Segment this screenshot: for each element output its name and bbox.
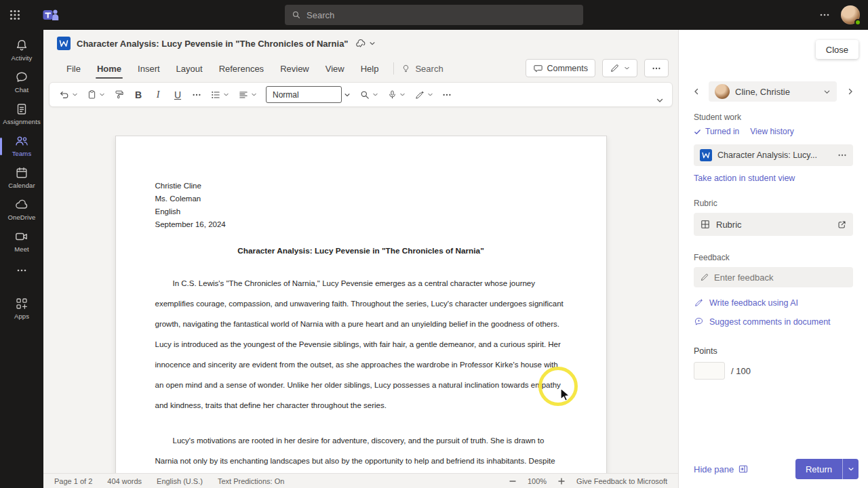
app-rail: Activity Chat Assignments Teams Calendar…	[0, 30, 43, 488]
doc-header-line: Christie Cline	[155, 180, 567, 192]
style-picker[interactable]: Normal	[266, 86, 351, 103]
camera-icon	[14, 230, 29, 243]
sidebar-item-calendar[interactable]: Calendar	[0, 161, 43, 193]
tab-view[interactable]: View	[317, 57, 353, 80]
tab-references[interactable]: References	[211, 57, 272, 80]
search-input[interactable]	[307, 10, 576, 20]
sidebar-item-label: Chat	[15, 86, 28, 94]
zoom-out-button[interactable]	[509, 477, 517, 485]
view-history-link[interactable]: View history	[750, 127, 793, 136]
ribbon-more-button[interactable]	[644, 59, 669, 77]
sidebar-item-chat[interactable]: Chat	[0, 66, 43, 98]
grid-icon	[700, 219, 711, 230]
search-icon	[359, 89, 370, 100]
alignment-button[interactable]	[238, 89, 257, 100]
hide-pane-link[interactable]: Hide pane	[694, 464, 749, 474]
chevron-down-icon	[399, 92, 406, 98]
find-button[interactable]	[359, 89, 378, 100]
undo-button[interactable]	[59, 89, 78, 100]
editing-mode-button[interactable]	[602, 59, 637, 77]
italic-button[interactable]: I	[153, 89, 163, 100]
attachment-name: Character Analysis: Lucy...	[717, 150, 832, 160]
zoom-in-button[interactable]	[557, 477, 566, 485]
paste-button[interactable]	[87, 89, 105, 100]
previous-student-button[interactable]	[690, 85, 703, 98]
document-page[interactable]: Christie Cline Ms. Coleman English Septe…	[115, 136, 607, 473]
close-button[interactable]: Close	[816, 40, 859, 59]
sidebar-item-teams[interactable]: Teams	[0, 129, 43, 161]
take-action-link[interactable]: Take action in student view	[694, 174, 795, 183]
tab-review[interactable]: Review	[272, 57, 317, 80]
collapse-ribbon-button[interactable]	[656, 96, 664, 104]
feedback-input[interactable]	[714, 272, 847, 283]
hide-pane-label: Hide pane	[694, 464, 734, 474]
chevron-down-icon	[344, 92, 351, 98]
style-name: Normal	[273, 90, 299, 100]
editor-assistant-button[interactable]	[414, 89, 433, 100]
format-painter-button[interactable]	[114, 89, 124, 100]
grading-pane-body: Student work Turned in View history Char…	[694, 113, 853, 380]
student-work-label: Student work	[694, 113, 853, 122]
return-options-button[interactable]	[842, 459, 859, 479]
font-more-button[interactable]	[192, 90, 201, 100]
tab-insert[interactable]: Insert	[130, 57, 168, 80]
suggest-comments-label: Suggest comments in document	[709, 317, 831, 327]
toolbar-more-button[interactable]	[442, 90, 452, 100]
underline-button[interactable]: U	[172, 89, 183, 100]
feedback-section-label: Feedback	[694, 253, 853, 262]
word-file-icon	[700, 149, 712, 161]
doc-header-line: English	[155, 205, 567, 218]
more-dots-icon	[192, 90, 201, 100]
bold-button[interactable]: B	[133, 89, 144, 100]
ai-feedback-label: Write feedback using AI	[709, 298, 798, 308]
student-selector[interactable]: Cline, Christie	[709, 81, 837, 102]
chevron-down-icon	[369, 40, 376, 47]
save-status-button[interactable]	[355, 37, 376, 49]
feedback-link[interactable]: Give Feedback to Microsoft	[576, 477, 667, 485]
attachment-more-button[interactable]	[837, 150, 847, 160]
sidebar-item-onedrive[interactable]: OneDrive	[0, 193, 43, 225]
lightbulb-icon	[401, 64, 411, 74]
attachment-card[interactable]: Character Analysis: Lucy...	[694, 144, 853, 166]
chevron-down-icon	[99, 92, 105, 98]
language-indicator[interactable]: English (U.S.)	[157, 477, 203, 485]
sidebar-item-assignments[interactable]: Assignments	[0, 98, 43, 129]
ribbon-search-button[interactable]: Search	[401, 64, 443, 74]
comments-button[interactable]: Comments	[526, 59, 595, 77]
word-app-icon	[57, 37, 71, 50]
bullet-list-button[interactable]	[210, 89, 229, 100]
suggest-comments-link[interactable]: Suggest comments in document	[694, 317, 853, 327]
app-launcher-button[interactable]	[0, 0, 30, 30]
sidebar-item-activity[interactable]: Activity	[0, 34, 43, 66]
tab-layout[interactable]: Layout	[168, 57, 211, 80]
rubric-card[interactable]: Rubric	[694, 213, 853, 236]
zoom-level[interactable]: 100%	[528, 477, 547, 485]
feedback-input-field[interactable]	[694, 267, 853, 287]
sidebar-more-apps[interactable]	[0, 257, 43, 284]
points-input[interactable]	[694, 362, 725, 380]
next-student-button[interactable]	[844, 85, 857, 98]
more-options-icon[interactable]	[819, 9, 830, 20]
tab-home[interactable]: Home	[89, 57, 130, 80]
style-picker-box[interactable]: Normal	[266, 86, 342, 103]
chevron-down-icon	[624, 65, 630, 71]
user-avatar[interactable]	[841, 5, 860, 24]
sparkle-pen-icon	[414, 89, 425, 100]
ai-pen-icon	[694, 298, 704, 308]
sidebar-item-meet[interactable]: Meet	[0, 225, 43, 257]
sidebar-item-apps[interactable]: Apps	[0, 292, 43, 324]
word-count[interactable]: 404 words	[107, 477, 142, 485]
open-rubric-button[interactable]	[837, 220, 847, 230]
dictate-button[interactable]	[387, 89, 406, 100]
tab-file[interactable]: File	[58, 57, 89, 80]
ai-feedback-link[interactable]: Write feedback using AI	[694, 298, 853, 308]
page-count[interactable]: Page 1 of 2	[54, 477, 92, 485]
text-predictions-toggle[interactable]: Text Predictions: On	[218, 477, 284, 485]
presence-indicator	[854, 19, 861, 26]
student-navigator: Cline, Christie	[679, 81, 868, 102]
tab-help[interactable]: Help	[353, 57, 387, 80]
return-button[interactable]: Return	[795, 459, 842, 479]
chevron-down-icon	[223, 92, 229, 98]
checkmark-icon	[694, 128, 701, 136]
format-painter-icon	[114, 89, 124, 100]
